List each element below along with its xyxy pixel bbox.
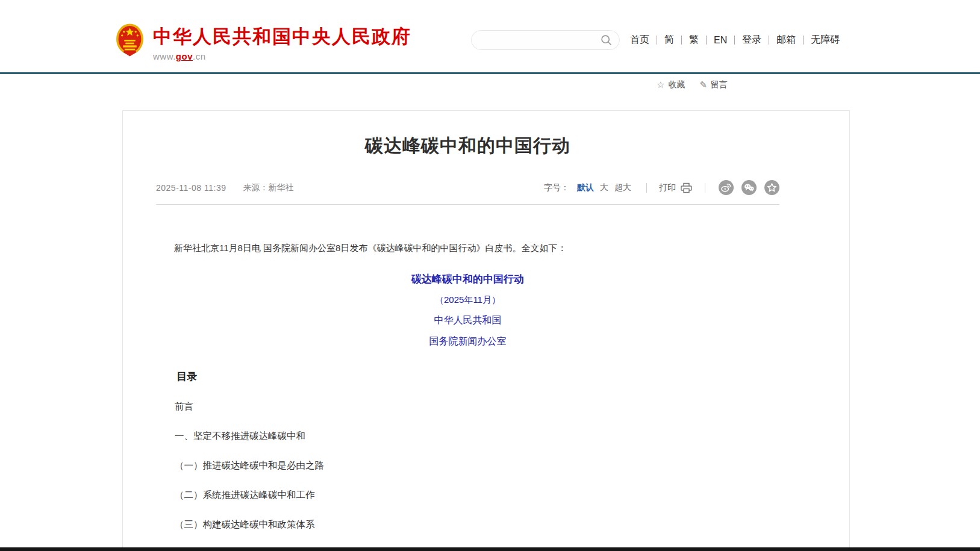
font-size-label: 字号： (544, 182, 569, 193)
toc-heading: 目录 (156, 370, 779, 384)
nav-traditional[interactable]: 繁 (682, 34, 706, 46)
search-input[interactable] (481, 36, 601, 45)
header-divider-rule (0, 72, 980, 74)
site-url-prefix: www. (153, 51, 176, 61)
nav-home[interactable]: 首页 (626, 34, 657, 46)
site-url-suffix: .cn (193, 51, 206, 61)
font-size-large-button[interactable]: 大 (600, 182, 608, 193)
publish-date: 2025-11-08 11:39 (156, 183, 226, 193)
printer-icon (680, 182, 693, 193)
share-bar (719, 180, 779, 195)
page-title: 碳达峰碳中和的中国行动 (156, 134, 779, 158)
pencil-icon: ✎ (699, 79, 707, 90)
toc-item-1-2: （二）系统推进碳达峰碳中和工作 (156, 489, 779, 502)
document-issuer-line1: 中华人民共和国 (156, 314, 779, 327)
national-emblem-icon (116, 23, 144, 58)
font-size-default-button[interactable]: 默认 (577, 182, 594, 193)
favorite-button[interactable]: ☆ 收藏 (657, 79, 685, 90)
article-card: 碳达峰碳中和的中国行动 2025-11-08 11:39 来源： 新华社 字号：… (122, 110, 850, 551)
nav-accessibility[interactable]: 无障碍 (804, 34, 847, 46)
site-url-gov: gov (176, 51, 193, 61)
share-weibo-icon[interactable] (719, 180, 734, 195)
share-wechat-icon[interactable] (741, 180, 757, 195)
print-label: 打印 (659, 182, 676, 193)
toc-item-1-3: （三）构建碳达峰碳中和政策体系 (156, 518, 779, 531)
nav-mail[interactable]: 邮箱 (769, 34, 803, 46)
site-identity: 中华人民共和国中央人民政府 www.gov.cn (153, 23, 411, 61)
message-label: 留言 (711, 79, 728, 90)
document-issuer-line2: 国务院新闻办公室 (156, 335, 779, 348)
top-nav: 首页 简 繁 EN 登录 邮箱 无障碍 (626, 34, 847, 46)
article-content: 碳达峰碳中和的中国行动 2025-11-08 11:39 来源： 新华社 字号：… (156, 134, 779, 551)
source-value[interactable]: 新华社 (268, 182, 293, 193)
meta-separator (705, 183, 705, 193)
font-size-xlarge-button[interactable]: 超大 (614, 182, 631, 193)
document-date-line: （2025年11月） (156, 294, 779, 306)
toc-item-1: 一、坚定不移推进碳达峰碳中和 (156, 430, 779, 443)
article-meta-bar: 2025-11-08 11:39 来源： 新华社 字号： 默认 大 超大 打印 (156, 180, 779, 205)
screen-bottom-edge (0, 547, 980, 551)
site-logo[interactable]: 中华人民共和国中央人民政府 www.gov.cn (116, 23, 411, 61)
nav-simplified[interactable]: 简 (657, 34, 681, 46)
meta-separator (646, 183, 647, 193)
site-title: 中华人民共和国中央人民政府 (153, 26, 411, 47)
site-url: www.gov.cn (153, 51, 411, 61)
toc-item-preface: 前言 (156, 400, 779, 413)
document-title: 碳达峰碳中和的中国行动 (156, 272, 779, 286)
print-button[interactable]: 打印 (659, 182, 693, 193)
lead-paragraph: 新华社北京11月8日电 国务院新闻办公室8日发布《碳达峰碳中和的中国行动》白皮书… (156, 241, 779, 255)
share-qzone-star-icon[interactable] (764, 180, 779, 195)
site-header: 中华人民共和国中央人民政府 www.gov.cn 首页 简 繁 EN 登录 邮箱… (0, 0, 980, 72)
toc-item-1-1: （一）推进碳达峰碳中和是必由之路 (156, 459, 779, 472)
nav-english[interactable]: EN (707, 35, 734, 46)
star-icon: ☆ (657, 79, 664, 90)
favorite-label: 收藏 (668, 79, 685, 90)
source-label: 来源： (243, 182, 268, 193)
meta-left: 2025-11-08 11:39 来源： 新华社 (156, 182, 293, 193)
search-box[interactable] (471, 30, 620, 50)
message-button[interactable]: ✎ 留言 (699, 79, 728, 90)
page-action-bar: ☆ 收藏 ✎ 留言 (657, 79, 728, 90)
search-icon[interactable] (601, 34, 612, 46)
nav-login[interactable]: 登录 (735, 34, 769, 46)
meta-right: 字号： 默认 大 超大 打印 (544, 180, 779, 195)
